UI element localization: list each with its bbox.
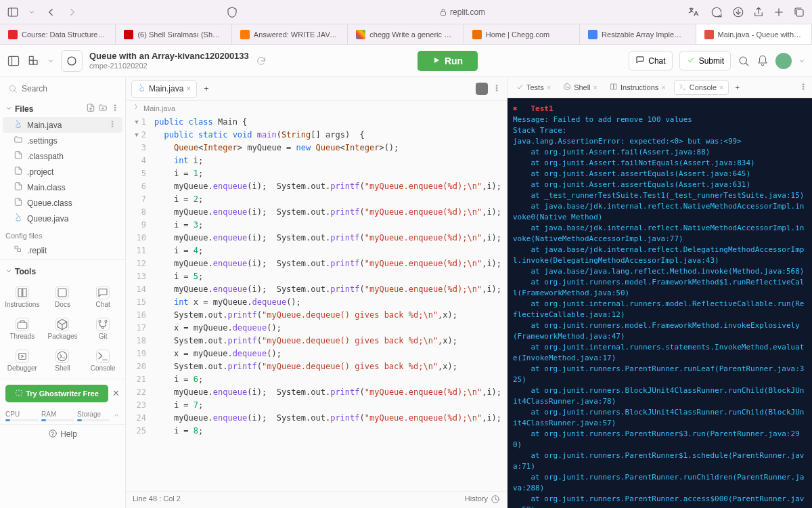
run-button[interactable]: Run xyxy=(418,51,478,71)
avatar[interactable] xyxy=(775,53,792,69)
ghostwriter-label: Try Ghostwriter Free xyxy=(26,389,99,398)
history-icon xyxy=(491,494,500,505)
file-list: Main.java.settings.classpath.projectMain… xyxy=(0,117,125,226)
new-folder-icon[interactable] xyxy=(98,103,108,114)
tool-instructions[interactable]: Instructions xyxy=(3,282,42,312)
forward-icon[interactable] xyxy=(66,6,78,18)
search-input[interactable] xyxy=(5,81,120,96)
reload-icon[interactable] xyxy=(710,6,723,18)
svg-point-42 xyxy=(496,87,497,89)
tool-debugger[interactable]: Debugger xyxy=(3,345,42,376)
new-tab-icon[interactable]: + xyxy=(733,83,742,91)
file-tree-item[interactable]: .replit xyxy=(0,242,125,258)
project-owner: cmpe-211020202 xyxy=(89,62,249,70)
chevron-up-icon[interactable] xyxy=(113,412,120,420)
close-icon[interactable]: × xyxy=(661,83,665,91)
tab-tests[interactable]: Tests× xyxy=(512,81,555,94)
tab-console[interactable]: Console× xyxy=(674,80,729,95)
java-file-icon xyxy=(137,83,146,94)
ghostwriter-button[interactable]: Try Ghostwriter Free xyxy=(5,385,108,402)
storage-label: Storage xyxy=(77,410,101,418)
back-icon[interactable] xyxy=(45,6,57,18)
chevron-down-icon[interactable] xyxy=(798,55,805,67)
check-icon xyxy=(686,55,696,66)
file-name: .classpath xyxy=(27,152,64,161)
help-button[interactable]: Help xyxy=(0,424,125,444)
file-tree-item[interactable]: Queue.class xyxy=(0,195,125,211)
close-icon[interactable]: × xyxy=(547,83,551,91)
tab-instructions[interactable]: Instructions× xyxy=(606,81,670,94)
share-icon[interactable] xyxy=(752,6,765,18)
close-icon[interactable]: × xyxy=(186,84,191,93)
layout-icon[interactable] xyxy=(476,83,488,95)
play-icon xyxy=(432,56,441,66)
svg-rect-8 xyxy=(9,56,19,65)
browser-tab[interactable]: Home | Chegg.com xyxy=(464,24,580,44)
new-file-icon[interactable] xyxy=(86,103,95,114)
translate-icon[interactable] xyxy=(686,6,701,18)
system-stats: CPU RAM Storage xyxy=(0,408,125,424)
chat-button[interactable]: Chat xyxy=(629,51,672,70)
tool-icon xyxy=(55,350,69,363)
tabs-icon[interactable] xyxy=(793,6,805,18)
status-bar: Line 48 : Col 2 History xyxy=(126,491,507,508)
file-tree-item[interactable]: Main.class xyxy=(0,179,125,195)
submit-button[interactable]: Submit xyxy=(679,51,731,70)
search-icon[interactable] xyxy=(738,55,750,67)
close-icon[interactable]: × xyxy=(719,83,723,91)
svg-rect-10 xyxy=(29,56,33,60)
console-output[interactable]: ✖ Test1 Message: Failed to add remove 10… xyxy=(508,98,812,508)
close-icon[interactable]: × xyxy=(593,83,597,91)
close-icon[interactable]: ✕ xyxy=(112,388,120,398)
panel-toggle-icon[interactable] xyxy=(7,54,20,68)
new-tab-icon[interactable] xyxy=(773,6,785,18)
browser-tab[interactable]: Answered: WRITE JAVA… xyxy=(232,24,348,44)
download-icon[interactable] xyxy=(732,6,744,18)
browser-tab[interactable]: Main.java - Queue with a… xyxy=(696,24,812,44)
replit-logo-icon[interactable] xyxy=(27,54,41,68)
more-icon[interactable] xyxy=(798,82,808,93)
sidebar-toggle-icon[interactable] xyxy=(7,6,19,18)
new-tab-icon[interactable]: + xyxy=(201,84,211,93)
tool-chat[interactable]: Chat xyxy=(83,282,122,312)
file-name: .project xyxy=(27,167,53,177)
svg-point-23 xyxy=(114,105,116,106)
tab-shell[interactable]: Shell× xyxy=(559,81,602,94)
tools-section-header[interactable]: Tools xyxy=(0,264,125,279)
file-name: Queue.class xyxy=(27,198,72,208)
browser-tab[interactable]: Resizable Array Impleme… xyxy=(580,24,696,44)
file-tree-item[interactable]: .classpath xyxy=(0,148,125,164)
sync-icon[interactable] xyxy=(256,54,267,68)
chevron-down-icon xyxy=(5,267,12,276)
tool-docs[interactable]: Docs xyxy=(43,282,83,312)
more-icon[interactable] xyxy=(108,119,117,131)
tool-shell[interactable]: Shell xyxy=(43,345,83,376)
console-icon xyxy=(679,83,687,92)
chevron-down-icon[interactable] xyxy=(28,6,35,18)
code-editor[interactable]: ▼1public class Main {▼2 public static vo… xyxy=(126,116,507,491)
browser-tab[interactable]: (6) Shell Sıralması (Shell… xyxy=(116,24,231,44)
file-tree-item[interactable]: Queue.java xyxy=(0,211,125,226)
more-icon[interactable] xyxy=(110,103,120,114)
file-tree-item[interactable]: .settings xyxy=(0,133,125,148)
favicon xyxy=(356,30,365,39)
chevron-down-icon[interactable] xyxy=(47,55,54,67)
files-section-header[interactable]: Files xyxy=(0,100,125,117)
svg-point-40 xyxy=(53,436,53,436)
tool-git[interactable]: Git xyxy=(83,314,122,344)
url-bar[interactable]: replit.com xyxy=(248,6,677,18)
file-tree-item[interactable]: .project xyxy=(0,164,125,179)
file-tree-item[interactable]: Main.java xyxy=(3,117,122,133)
editor-tab[interactable]: Main.java × xyxy=(131,80,197,98)
tool-console[interactable]: Console xyxy=(83,345,122,376)
tool-packages[interactable]: Packages xyxy=(43,314,83,344)
more-icon[interactable] xyxy=(492,83,501,95)
tool-threads[interactable]: Threads xyxy=(3,314,42,344)
shield-icon[interactable] xyxy=(226,6,238,18)
bell-icon[interactable] xyxy=(757,55,769,67)
browser-tab[interactable]: chegg Write a generic Q… xyxy=(348,24,464,44)
browser-tab[interactable]: Course: Data Structures… xyxy=(0,24,116,44)
tool-label: Packages xyxy=(48,333,78,340)
file-icon xyxy=(14,182,23,193)
history-button[interactable]: History xyxy=(465,494,488,505)
